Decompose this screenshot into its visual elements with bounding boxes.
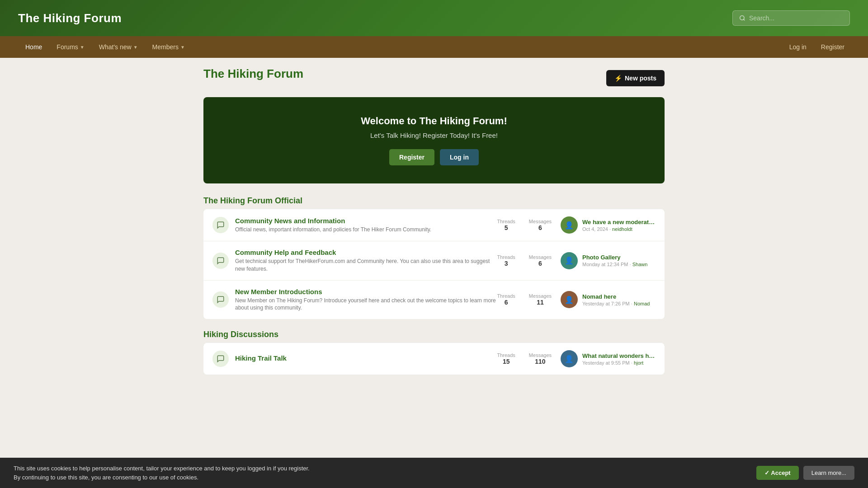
- latest-info: What natural wonders have you hiked th Y…: [582, 352, 656, 366]
- new-posts-button[interactable]: ⚡ New posts: [606, 70, 665, 86]
- welcome-banner: Welcome to The Hiking Forum! Let's Talk …: [203, 97, 665, 183]
- threads-value: 3: [505, 260, 508, 267]
- latest-user[interactable]: neidholdt: [612, 226, 632, 232]
- latest-title[interactable]: What natural wonders have you hiked th: [582, 352, 656, 359]
- forum-icon: [212, 253, 229, 269]
- forum-card-discussions: Hiking Trail Talk Threads 15 Messages 11…: [203, 343, 665, 375]
- section-title-discussions: Hiking Discussions: [203, 330, 665, 339]
- latest-meta: Yesterday at 9:55 PM · hjort: [582, 360, 656, 366]
- lightning-icon: ⚡: [614, 75, 622, 82]
- forum-stats: Threads 15 Messages 110: [497, 352, 552, 365]
- latest-meta: Oct 4, 2024 · neidholdt: [582, 226, 656, 232]
- threads-label: Threads: [497, 293, 515, 299]
- forum-latest: 👤 We have a new moderator! Oct 4, 2024 ·…: [561, 216, 656, 234]
- messages-label: Messages: [529, 293, 552, 299]
- messages-stat: Messages 6: [529, 219, 552, 231]
- forum-name[interactable]: Community News and Information: [235, 217, 497, 225]
- svg-line-1: [744, 19, 745, 21]
- forum-row: Community Help and Feedback Get technica…: [203, 241, 665, 281]
- messages-stat: Messages 110: [529, 352, 552, 365]
- threads-value: 5: [505, 224, 508, 231]
- avatar: 👤: [561, 252, 578, 269]
- forum-desc: New Member on The Hiking Forum? Introduc…: [235, 297, 497, 312]
- nav-item-members[interactable]: Members ▼: [145, 36, 192, 58]
- site-title: The Hiking Forum: [18, 11, 122, 25]
- messages-label: Messages: [529, 352, 552, 358]
- latest-info: We have a new moderator! Oct 4, 2024 · n…: [582, 219, 656, 232]
- threads-stat: Threads 15: [497, 352, 515, 365]
- welcome-subtext: Let's Talk Hiking! Register Today! It's …: [212, 131, 656, 139]
- avatar: 👤: [561, 216, 578, 234]
- latest-title[interactable]: Nomad here: [582, 293, 656, 300]
- latest-title[interactable]: We have a new moderator!: [582, 219, 656, 225]
- threads-value: 6: [505, 299, 508, 306]
- forum-name[interactable]: Community Help and Feedback: [235, 249, 497, 256]
- threads-stat: Threads 6: [497, 293, 515, 306]
- banner-login-button[interactable]: Log in: [440, 149, 479, 165]
- search-bar[interactable]: [732, 10, 850, 26]
- forum-name[interactable]: Hiking Trail Talk: [235, 354, 497, 362]
- forum-card-official: Community News and Information Official …: [203, 209, 665, 319]
- section-official: The Hiking Forum Official Community News…: [203, 196, 665, 319]
- chevron-down-icon: ▼: [80, 45, 85, 50]
- nav-bar: Home Forums ▼ What's new ▼ Members ▼ Log…: [0, 36, 868, 58]
- forum-stats: Threads 3 Messages 6: [497, 254, 552, 267]
- forum-row: New Member Introductions New Member on T…: [203, 281, 665, 319]
- banner-register-button[interactable]: Register: [389, 149, 434, 165]
- messages-value: 110: [535, 358, 545, 365]
- messages-value: 6: [538, 260, 542, 267]
- forum-latest: 👤 What natural wonders have you hiked th…: [561, 350, 656, 367]
- latest-info: Photo Gallery Monday at 12:34 PM · Shawn: [582, 254, 656, 267]
- forum-info: New Member Introductions New Member on T…: [235, 288, 497, 312]
- page-content: The Hiking Forum ⚡ New posts Welcome to …: [194, 58, 674, 404]
- nav-item-whats-new[interactable]: What's new ▼: [92, 36, 145, 58]
- chevron-down-icon: ▼: [180, 45, 185, 50]
- nav-item-home[interactable]: Home: [18, 36, 49, 58]
- latest-info: Nomad here Yesterday at 7:26 PM · Nomad: [582, 293, 656, 306]
- messages-label: Messages: [529, 219, 552, 224]
- threads-stat: Threads 5: [497, 219, 515, 231]
- threads-label: Threads: [497, 352, 515, 358]
- messages-value: 6: [538, 224, 542, 231]
- threads-label: Threads: [497, 219, 515, 224]
- forum-icon: [212, 351, 229, 367]
- page-header-row: The Hiking Forum ⚡ New posts: [203, 67, 665, 89]
- forum-name[interactable]: New Member Introductions: [235, 288, 497, 296]
- latest-title[interactable]: Photo Gallery: [582, 254, 656, 261]
- nav-item-forums[interactable]: Forums ▼: [49, 36, 91, 58]
- forum-info: Community News and Information Official …: [235, 217, 497, 234]
- forum-stats: Threads 6 Messages 11: [497, 293, 552, 306]
- search-input[interactable]: [749, 14, 843, 22]
- svg-point-0: [740, 16, 744, 20]
- forum-desc: Official news, important information, an…: [235, 226, 497, 234]
- messages-stat: Messages 6: [529, 254, 552, 267]
- sections-container: The Hiking Forum Official Community News…: [203, 196, 665, 375]
- threads-value: 15: [503, 358, 510, 365]
- forum-latest: 👤 Nomad here Yesterday at 7:26 PM · Noma…: [561, 291, 656, 308]
- latest-user[interactable]: Nomad: [634, 301, 650, 306]
- page-title: The Hiking Forum: [203, 67, 303, 81]
- forum-row: Community News and Information Official …: [203, 209, 665, 241]
- forum-icon: [212, 291, 229, 308]
- forum-stats: Threads 5 Messages 6: [497, 219, 552, 231]
- forum-icon: [212, 217, 229, 233]
- latest-user[interactable]: Shawn: [632, 262, 648, 267]
- latest-user[interactable]: hjort: [634, 360, 643, 366]
- forum-latest: 👤 Photo Gallery Monday at 12:34 PM · Sha…: [561, 252, 656, 269]
- forum-desc: Get technical support for TheHikerForum.…: [235, 258, 497, 273]
- messages-value: 11: [537, 299, 544, 306]
- welcome-heading: Welcome to The Hiking Forum!: [212, 115, 656, 127]
- threads-label: Threads: [497, 254, 515, 260]
- forum-info: Hiking Trail Talk: [235, 354, 497, 363]
- search-icon: [739, 15, 745, 21]
- forum-row: Hiking Trail Talk Threads 15 Messages 11…: [203, 343, 665, 375]
- nav-left: Home Forums ▼ What's new ▼ Members ▼: [18, 36, 784, 58]
- forum-info: Community Help and Feedback Get technica…: [235, 249, 497, 273]
- register-link[interactable]: Register: [816, 41, 850, 53]
- threads-stat: Threads 3: [497, 254, 515, 267]
- latest-meta: Yesterday at 7:26 PM · Nomad: [582, 301, 656, 306]
- login-link[interactable]: Log in: [784, 41, 812, 53]
- latest-meta: Monday at 12:34 PM · Shawn: [582, 262, 656, 267]
- avatar: 👤: [561, 350, 578, 367]
- chevron-down-icon: ▼: [133, 45, 138, 50]
